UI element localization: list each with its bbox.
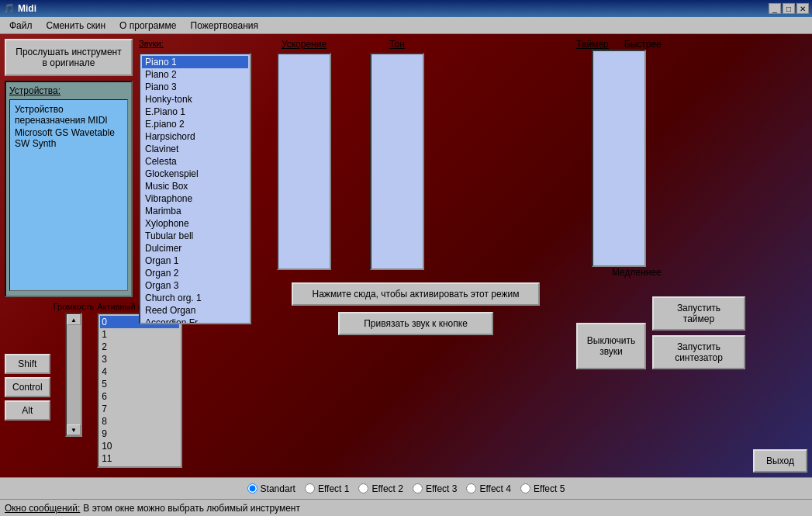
slower-label: Медленнее	[612, 267, 662, 278]
effect5-radio[interactable]	[520, 483, 530, 493]
exit-column: Выход	[753, 39, 807, 473]
center-controls: Нажмите сюда, чтобы активировать этот ре…	[261, 275, 570, 473]
instrument-vibraphone[interactable]: Vibraphone	[142, 192, 248, 205]
control-button[interactable]: Control	[5, 377, 50, 397]
device-item[interactable]: Устройство переназначения MIDI	[13, 103, 124, 126]
instrument-epiano2[interactable]: E.piano 2	[142, 118, 248, 130]
instrument-harpsichord[interactable]: Harpsichord	[142, 130, 248, 143]
acceleration-slider[interactable]	[277, 53, 331, 270]
right-panel: Таймер Быстрее Медленнее Выключить звуки…	[576, 39, 747, 473]
app-icon: 🎵	[3, 3, 15, 14]
tone-label: Тон	[389, 39, 405, 50]
instrument-celesta[interactable]: Celesta	[142, 155, 248, 168]
start-timer-button[interactable]: Запустить таймер	[652, 296, 745, 331]
bottom-left-panel: Shift Control Alt Громкость ▲ ▼ Активный…	[5, 302, 133, 473]
effect2-label[interactable]: Effect 2	[371, 483, 403, 494]
volume-up-arrow[interactable]: ▲	[67, 314, 81, 325]
device-item[interactable]: Microsoft GS Wavetable SW Synth	[13, 126, 124, 150]
tone-slider-col: Тон	[370, 39, 424, 270]
instrument-piano3[interactable]: Piano 3	[142, 81, 248, 93]
volume-panel: Громкость ▲ ▼	[54, 302, 94, 473]
shift-button[interactable]: Shift	[5, 354, 50, 374]
menu-donate[interactable]: Пожертвования	[185, 19, 264, 33]
sliders-row: Ускорение Тон	[261, 39, 570, 270]
close-button[interactable]: ✕	[796, 3, 809, 14]
effect5-label[interactable]: Effect 5	[534, 483, 565, 494]
start-synth-button[interactable]: Запустить синтезатор	[652, 335, 745, 369]
effect2-group: Effect 2	[358, 483, 403, 494]
volume-slider[interactable]: ▲ ▼	[65, 313, 82, 437]
instrument-xylophone[interactable]: Xylophone	[142, 217, 248, 230]
effect4-group: Effect 4	[466, 483, 510, 494]
acceleration-slider-col: Ускорение	[277, 39, 331, 270]
alt-button[interactable]: Alt	[5, 400, 50, 421]
maximize-button[interactable]: □	[783, 3, 795, 14]
instrument-dulcimer[interactable]: Dulcimer	[142, 242, 248, 255]
menu-bar: Файл Сменить скин О программе Пожертвова…	[0, 17, 812, 34]
effect5-group: Effect 5	[520, 483, 565, 494]
instrument-reedorgan[interactable]: Reed Organ	[142, 304, 248, 317]
status-text: В этом окне можно выбрать любимый инстру…	[83, 503, 300, 514]
title-bar: 🎵 Midi _ □ ✕	[0, 0, 812, 17]
instrument-accordionfr[interactable]: Accordion Fr	[142, 317, 248, 324]
listen-instrument-button[interactable]: Прослушать инструмент в оригинале	[5, 39, 133, 76]
mute-sounds-button[interactable]: Выключить звуки	[576, 323, 646, 369]
timer-slider[interactable]	[592, 50, 646, 267]
tone-slider[interactable]	[370, 53, 424, 270]
instrument-organ1[interactable]: Organ 1	[142, 255, 248, 267]
title-text: Midi	[18, 3, 36, 14]
instrument-marimba[interactable]: Marimba	[142, 205, 248, 217]
minimize-button[interactable]: _	[769, 3, 781, 14]
effect1-radio[interactable]	[305, 483, 315, 493]
status-label: Окно сообщений:	[5, 503, 80, 514]
device-list[interactable]: Устройство переназначения MIDI Microsoft…	[9, 99, 128, 291]
instruments-column: Звуки: Piano 1 Piano 2 Piano 3 Honky-ton…	[139, 39, 255, 473]
instrument-churchorg[interactable]: Church org. 1	[142, 292, 248, 304]
volume-down-arrow[interactable]: ▼	[67, 424, 81, 435]
effect2-radio[interactable]	[358, 483, 368, 493]
effect1-group: Effect 1	[305, 483, 349, 494]
instrument-epiano1[interactable]: E.Piano 1	[142, 106, 248, 118]
menu-about[interactable]: О программе	[113, 19, 182, 33]
effect-standart-group: Standart	[247, 483, 295, 494]
content-area: Прослушать инструмент в оригинале Устрой…	[0, 34, 812, 477]
left-column: Прослушать инструмент в оригинале Устрой…	[5, 39, 133, 473]
instrument-glockenspiel[interactable]: Glockenspiel	[142, 168, 248, 180]
volume-label: Громкость	[54, 302, 94, 311]
instrument-piano1[interactable]: Piano 1	[142, 56, 248, 68]
devices-section: Устройства: Устройство переназначения MI…	[5, 81, 133, 297]
instrument-organ3[interactable]: Organ 3	[142, 279, 248, 292]
instrument-tubular[interactable]: Tubular bell	[142, 230, 248, 242]
effect3-label[interactable]: Effect 3	[426, 483, 457, 494]
activate-mode-button[interactable]: Нажмите сюда, чтобы активировать этот ре…	[292, 282, 540, 306]
status-bar: Окно сообщений: В этом окне можно выбрат…	[0, 499, 812, 516]
acceleration-label: Ускорение	[282, 39, 327, 50]
instrument-list[interactable]: Piano 1 Piano 2 Piano 3 Honky-tonk E.Pia…	[139, 53, 251, 324]
center-panel: Ускорение Тон Нажмите сюда, чтобы активи…	[261, 39, 570, 473]
bind-sound-button[interactable]: Привязать звук к кнопке	[338, 312, 493, 335]
effect3-group: Effect 3	[413, 483, 457, 494]
menu-file[interactable]: Файл	[3, 19, 39, 33]
sounds-label: Звуки:	[139, 39, 255, 48]
effect4-label[interactable]: Effect 4	[479, 483, 510, 494]
right-action-buttons: Выключить звуки Запустить таймер Запусти…	[576, 296, 745, 369]
devices-label: Устройства:	[9, 85, 128, 96]
timer-label: Таймер	[576, 39, 609, 50]
instrument-organ2[interactable]: Organ 2	[142, 267, 248, 279]
faster-label: Быстрее	[624, 39, 662, 50]
effects-bar: Standart Effect 1 Effect 2 Effect 3 Effe…	[0, 477, 812, 499]
effect4-radio[interactable]	[466, 483, 476, 493]
exit-button[interactable]: Выход	[753, 449, 807, 473]
instrument-clavinet[interactable]: Clavinet	[142, 143, 248, 155]
key-buttons: Shift Control Alt	[5, 302, 50, 473]
instrument-piano2[interactable]: Piano 2	[142, 68, 248, 81]
instrument-musicbox[interactable]: Music Box	[142, 180, 248, 192]
effect-standart-label[interactable]: Standart	[261, 483, 295, 494]
effect1-label[interactable]: Effect 1	[318, 483, 349, 494]
timer-col: Таймер Быстрее Медленнее	[576, 39, 662, 278]
instrument-honky[interactable]: Honky-tonk	[142, 93, 248, 106]
effect-standart-radio[interactable]	[247, 483, 257, 493]
menu-skin[interactable]: Сменить скин	[40, 19, 112, 33]
effect3-radio[interactable]	[413, 483, 423, 493]
